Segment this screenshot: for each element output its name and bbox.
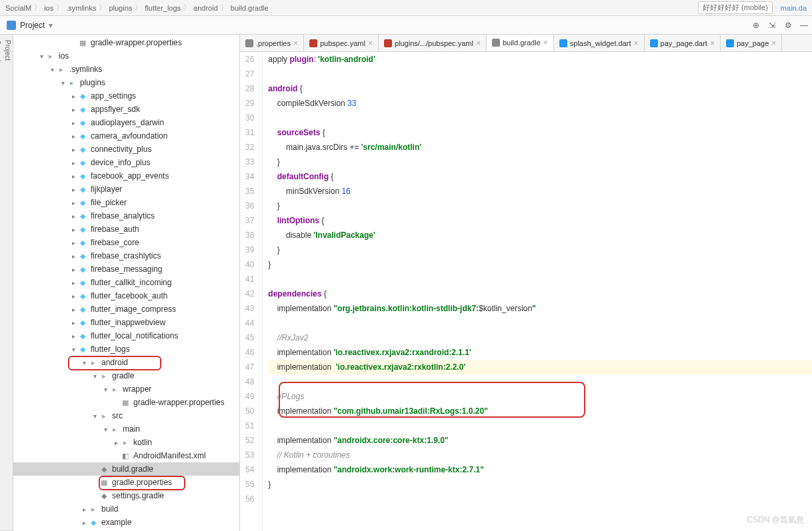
tree-item[interactable]: ▸◆file_picker	[13, 196, 239, 209]
tab-plugins-pubspec-yaml[interactable]: plugins/.../pubspec.yaml×	[379, 35, 487, 51]
tree-item[interactable]: ▸◆flutter_facebook_auth	[13, 289, 239, 302]
tree-item[interactable]: ▾▸android	[13, 356, 239, 369]
settings-icon[interactable]: ⚙	[780, 17, 796, 33]
project-tool-label[interactable]: Project▾	[0, 21, 59, 30]
tree-item[interactable]: ▾▸src	[13, 409, 239, 422]
code-line[interactable]: //RxJav2	[268, 330, 812, 345]
breadcrumb: SocialM〉 ios〉 .symlinks〉 plugins〉 flutte…	[0, 0, 812, 16]
code-line[interactable]: implementation "androidx.core:core-ktx:1…	[268, 433, 812, 448]
tree-item[interactable]: ▸◆firebase_crashlytics	[13, 249, 239, 263]
code-line[interactable]	[268, 272, 812, 286]
tree-item[interactable]: ▸◆app_settings	[13, 89, 239, 103]
locate-icon[interactable]: ⊕	[748, 17, 764, 33]
tree-item[interactable]: ▾▸ios	[13, 49, 239, 63]
tab-pay-page-dart[interactable]: pay_page.dart×	[645, 35, 721, 51]
code-line[interactable]: implementation "androidx.work:work-runti…	[268, 462, 812, 477]
tree-item[interactable]: ▦gradle-wrapper.properties	[13, 396, 239, 409]
code-line[interactable]: main.java.srcDirs += 'src/main/kotlin'	[268, 140, 812, 155]
code-line[interactable]: }	[268, 155, 812, 169]
code-line[interactable]	[268, 67, 812, 81]
commit-tab[interactable]: Commit	[0, 35, 3, 531]
watermark: CSDN @氙氫息	[747, 514, 804, 526]
code-line[interactable]: defaultConfig {	[268, 169, 812, 184]
tree-item[interactable]: ▸◆audioplayers_darwin	[13, 116, 239, 129]
tree-item[interactable]: ▸◆firebase_auth	[13, 223, 239, 236]
tree-item[interactable]: ▦gradle.properties	[13, 476, 239, 489]
tree-item[interactable]: ▸▸build	[13, 502, 239, 516]
tab-splash-widget-dart[interactable]: splash_widget.dart×	[554, 35, 645, 51]
tree-item[interactable]: ◆settings.gradle	[13, 489, 239, 502]
tree-item[interactable]: ▸◆firebase_analytics	[13, 209, 239, 223]
tree-flutter-logs[interactable]: ▾◆flutter_logs	[13, 342, 239, 356]
code-line[interactable]: implementation 'io.reactivex.rxjava2:rxk…	[268, 360, 812, 374]
code-line[interactable]: apply plugin: 'kotlin-android'	[268, 52, 812, 67]
code-line[interactable]: disable 'InvalidPackage'	[268, 228, 812, 243]
close-icon[interactable]: ×	[368, 39, 373, 48]
left-tool-strip[interactable]: Project Commit Resource Manager	[0, 35, 13, 531]
code-line[interactable]: dependencies {	[268, 286, 812, 301]
code-line[interactable]	[268, 111, 812, 125]
close-icon[interactable]: ×	[476, 39, 481, 48]
tree-item[interactable]: ▸◆device_info_plus	[13, 156, 239, 169]
device-selector[interactable]: 好好好好好 (mobile)	[698, 1, 773, 14]
code-line[interactable]: compileSdkVersion 33	[268, 96, 812, 111]
close-icon[interactable]: ×	[710, 39, 715, 48]
tree-build-gradle[interactable]: ◆build.gradle	[13, 462, 239, 476]
code-line[interactable]	[268, 316, 812, 330]
project-tree[interactable]: ▦gradle-wrapper.properties▾▸ios▾▸.symlin…	[13, 35, 240, 531]
tree-item[interactable]: ▸◆camera_avfoundation	[13, 129, 239, 143]
tree-item[interactable]: ▾▸plugins	[13, 76, 239, 89]
code-editor[interactable]: 2627282930313233343536373839404142434445…	[240, 52, 812, 531]
code-line[interactable]: // Kotlin + coroutines	[268, 448, 812, 462]
code-line[interactable]: sourceSets {	[268, 125, 812, 140]
code-line[interactable]	[268, 374, 812, 389]
code-line[interactable]: android {	[268, 81, 812, 96]
code-line[interactable]	[268, 418, 812, 433]
tree-item[interactable]: ▾▸wrapper	[13, 382, 239, 396]
tree-item[interactable]: ▸◆flutter_local_notifications	[13, 329, 239, 342]
tree-item[interactable]: ▸◆facebook_app_events	[13, 169, 239, 183]
tree-item[interactable]: ▦gradle-wrapper.properties	[13, 36, 239, 49]
code-line[interactable]: //PLogs	[268, 389, 812, 404]
code-line[interactable]: }	[268, 477, 812, 492]
tree-item[interactable]: ▾▸gradle	[13, 369, 239, 382]
editor-tabs[interactable]: .properties×pubspec.yaml×plugins/.../pub…	[240, 35, 812, 52]
code-line[interactable]: implementation 'io.reactivex.rxjava2:rxa…	[268, 345, 812, 360]
expand-icon[interactable]: ⇲	[764, 17, 780, 33]
code-line[interactable]	[268, 492, 812, 506]
tree-item[interactable]: ▸◆connectivity_plus	[13, 143, 239, 156]
tree-item[interactable]: ▸◆firebase_core	[13, 236, 239, 249]
tree-item[interactable]: ▸◆flutter_callkit_incoming	[13, 276, 239, 289]
project-tab[interactable]: Project	[3, 35, 13, 531]
tree-item[interactable]: ▸▸kotlin	[13, 436, 239, 449]
code-line[interactable]: }	[268, 257, 812, 272]
hide-icon[interactable]: —	[796, 17, 812, 33]
tree-item[interactable]: ◧AndroidManifest.xml	[13, 449, 239, 462]
code-line[interactable]: implementation "org.jetbrains.kotlin:kot…	[268, 301, 812, 316]
close-icon[interactable]: ×	[543, 38, 548, 47]
tab-pubspec-yaml[interactable]: pubspec.yaml×	[304, 35, 379, 51]
run-config[interactable]: main.da	[781, 4, 807, 12]
tree-item[interactable]: ▸◆appsflyer_sdk	[13, 103, 239, 116]
close-icon[interactable]: ×	[293, 39, 298, 48]
code-line[interactable]: implementation "com.github.umair13adil:R…	[268, 404, 812, 418]
code-line[interactable]: minSdkVersion 16	[268, 184, 812, 199]
tab-pay-page[interactable]: pay_page×	[721, 35, 782, 51]
code-line[interactable]: }	[268, 243, 812, 257]
code-line[interactable]: }	[268, 199, 812, 213]
tab--properties[interactable]: .properties×	[240, 35, 304, 51]
code-line[interactable]: lintOptions {	[268, 213, 812, 228]
tab-build-gradle[interactable]: build.gradle×	[487, 35, 554, 52]
tree-item[interactable]: ▸◆flutter_image_compress	[13, 302, 239, 316]
tree-item[interactable]: ▾▸.symlinks	[13, 63, 239, 76]
tree-item[interactable]: ▸◆fijkplayer	[13, 183, 239, 196]
close-icon[interactable]: ×	[634, 39, 639, 48]
tree-item[interactable]: ▸◆firebase_messaging	[13, 263, 239, 276]
tree-item[interactable]: ▸◆example	[13, 516, 239, 529]
tree-item[interactable]: ▸◆flutter_inappwebview	[13, 316, 239, 329]
tree-item[interactable]: ▾▸main	[13, 422, 239, 436]
close-icon[interactable]: ×	[771, 39, 776, 48]
